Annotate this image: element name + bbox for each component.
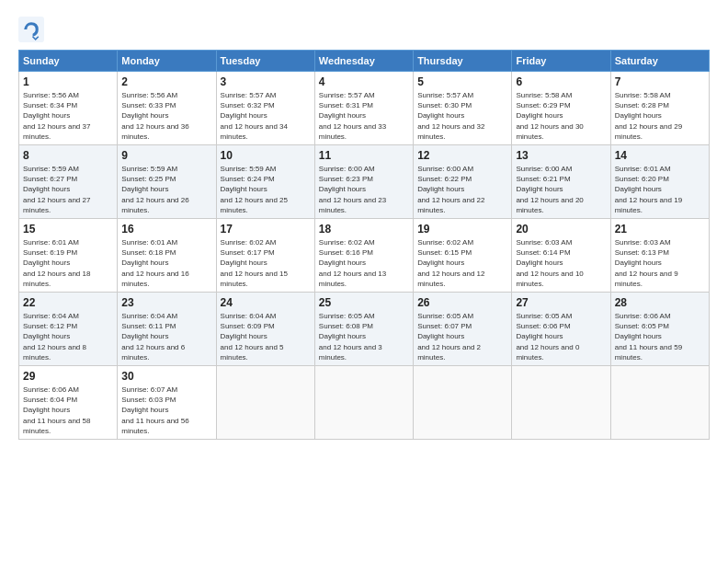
calendar-week-5: 29 Sunrise: 6:06 AMSunset: 6:04 PMDaylig… bbox=[19, 366, 710, 440]
calendar-cell bbox=[610, 366, 709, 440]
calendar-cell: 4 Sunrise: 5:57 AMSunset: 6:31 PMDayligh… bbox=[314, 72, 413, 145]
day-number: 16 bbox=[121, 223, 211, 236]
day-number: 14 bbox=[615, 149, 705, 162]
day-number: 23 bbox=[121, 296, 211, 309]
cell-text: Sunrise: 5:57 AMSunset: 6:30 PMDaylight … bbox=[417, 91, 484, 141]
day-number: 18 bbox=[319, 223, 409, 236]
calendar-cell: 22 Sunrise: 6:04 AMSunset: 6:12 PMDaylig… bbox=[19, 293, 118, 366]
cell-text: Sunrise: 5:56 AMSunset: 6:33 PMDaylight … bbox=[121, 91, 188, 141]
day-number: 19 bbox=[417, 223, 507, 236]
calendar-cell: 5 Sunrise: 5:57 AMSunset: 6:30 PMDayligh… bbox=[414, 72, 512, 145]
cell-text: Sunrise: 6:02 AMSunset: 6:17 PMDaylight … bbox=[221, 238, 288, 288]
day-header-saturday: Saturday bbox=[610, 51, 709, 72]
calendar-cell: 15 Sunrise: 6:01 AMSunset: 6:19 PMDaylig… bbox=[19, 219, 118, 293]
day-header-wednesday: Wednesday bbox=[314, 51, 413, 72]
cell-text: Sunrise: 6:02 AMSunset: 6:16 PMDaylight … bbox=[319, 238, 386, 288]
calendar-week-1: 1 Sunrise: 5:56 AMSunset: 6:34 PMDayligh… bbox=[19, 72, 710, 145]
calendar-cell: 3 Sunrise: 5:57 AMSunset: 6:32 PMDayligh… bbox=[216, 72, 314, 145]
calendar-cell bbox=[414, 366, 512, 440]
cell-text: Sunrise: 5:56 AMSunset: 6:34 PMDaylight … bbox=[23, 91, 90, 141]
cell-text: Sunrise: 6:04 AMSunset: 6:12 PMDaylight … bbox=[23, 312, 86, 362]
cell-text: Sunrise: 6:06 AMSunset: 6:04 PMDaylight … bbox=[23, 385, 90, 435]
day-header-thursday: Thursday bbox=[414, 51, 512, 72]
calendar-cell: 29 Sunrise: 6:06 AMSunset: 6:04 PMDaylig… bbox=[19, 366, 118, 440]
calendar-cell: 24 Sunrise: 6:04 AMSunset: 6:09 PMDaylig… bbox=[216, 293, 314, 366]
cell-text: Sunrise: 6:05 AMSunset: 6:06 PMDaylight … bbox=[516, 312, 579, 362]
cell-text: Sunrise: 5:58 AMSunset: 6:29 PMDaylight … bbox=[516, 91, 583, 141]
cell-text: Sunrise: 6:04 AMSunset: 6:11 PMDaylight … bbox=[121, 312, 185, 362]
day-number: 12 bbox=[417, 149, 507, 162]
calendar-cell: 13 Sunrise: 6:00 AMSunset: 6:21 PMDaylig… bbox=[512, 145, 610, 219]
day-number: 22 bbox=[23, 296, 113, 309]
day-number: 25 bbox=[319, 296, 409, 309]
cell-text: Sunrise: 5:59 AMSunset: 6:25 PMDaylight … bbox=[121, 165, 188, 214]
day-number: 28 bbox=[615, 296, 705, 309]
calendar-cell: 14 Sunrise: 6:01 AMSunset: 6:20 PMDaylig… bbox=[610, 145, 709, 219]
calendar-cell: 18 Sunrise: 6:02 AMSunset: 6:16 PMDaylig… bbox=[314, 219, 413, 293]
cell-text: Sunrise: 6:00 AMSunset: 6:22 PMDaylight … bbox=[417, 165, 484, 214]
cell-text: Sunrise: 6:06 AMSunset: 6:05 PMDaylight … bbox=[615, 312, 682, 362]
calendar-page: SundayMondayTuesdayWednesdayThursdayFrid… bbox=[0, 0, 728, 563]
cell-text: Sunrise: 6:02 AMSunset: 6:15 PMDaylight … bbox=[417, 238, 484, 288]
calendar-table: SundayMondayTuesdayWednesdayThursdayFrid… bbox=[18, 50, 710, 440]
day-number: 30 bbox=[121, 370, 211, 383]
calendar-cell: 26 Sunrise: 6:05 AMSunset: 6:07 PMDaylig… bbox=[414, 293, 512, 366]
svg-rect-0 bbox=[18, 17, 44, 42]
calendar-cell: 17 Sunrise: 6:02 AMSunset: 6:17 PMDaylig… bbox=[216, 219, 314, 293]
day-number: 1 bbox=[23, 75, 113, 88]
calendar-cell: 20 Sunrise: 6:03 AMSunset: 6:14 PMDaylig… bbox=[512, 219, 610, 293]
day-number: 2 bbox=[121, 75, 211, 88]
calendar-cell: 19 Sunrise: 6:02 AMSunset: 6:15 PMDaylig… bbox=[414, 219, 512, 293]
cell-text: Sunrise: 6:00 AMSunset: 6:23 PMDaylight … bbox=[319, 165, 386, 214]
day-number: 11 bbox=[319, 149, 409, 162]
day-number: 21 bbox=[615, 223, 705, 236]
calendar-cell: 28 Sunrise: 6:06 AMSunset: 6:05 PMDaylig… bbox=[610, 293, 709, 366]
calendar-week-4: 22 Sunrise: 6:04 AMSunset: 6:12 PMDaylig… bbox=[19, 293, 710, 366]
calendar-body: 1 Sunrise: 5:56 AMSunset: 6:34 PMDayligh… bbox=[19, 72, 710, 440]
day-number: 13 bbox=[516, 149, 606, 162]
day-number: 27 bbox=[516, 296, 606, 309]
calendar-header-row: SundayMondayTuesdayWednesdayThursdayFrid… bbox=[19, 51, 710, 72]
page-header bbox=[18, 17, 710, 42]
cell-text: Sunrise: 5:59 AMSunset: 6:27 PMDaylight … bbox=[23, 165, 90, 214]
cell-text: Sunrise: 6:07 AMSunset: 6:03 PMDaylight … bbox=[121, 385, 188, 435]
calendar-cell: 9 Sunrise: 5:59 AMSunset: 6:25 PMDayligh… bbox=[118, 145, 216, 219]
calendar-week-3: 15 Sunrise: 6:01 AMSunset: 6:19 PMDaylig… bbox=[19, 219, 710, 293]
day-number: 5 bbox=[417, 75, 507, 88]
day-number: 7 bbox=[615, 75, 705, 88]
calendar-cell: 11 Sunrise: 6:00 AMSunset: 6:23 PMDaylig… bbox=[314, 145, 413, 219]
day-number: 29 bbox=[23, 370, 113, 383]
day-number: 15 bbox=[23, 223, 113, 236]
day-number: 10 bbox=[221, 149, 311, 162]
cell-text: Sunrise: 6:04 AMSunset: 6:09 PMDaylight … bbox=[221, 312, 284, 362]
day-number: 24 bbox=[221, 296, 311, 309]
calendar-cell bbox=[314, 366, 413, 440]
calendar-cell: 6 Sunrise: 5:58 AMSunset: 6:29 PMDayligh… bbox=[512, 72, 610, 145]
day-number: 3 bbox=[221, 75, 311, 88]
calendar-cell bbox=[216, 366, 314, 440]
calendar-cell: 21 Sunrise: 6:03 AMSunset: 6:13 PMDaylig… bbox=[610, 219, 709, 293]
calendar-cell: 23 Sunrise: 6:04 AMSunset: 6:11 PMDaylig… bbox=[118, 293, 216, 366]
logo bbox=[18, 17, 48, 42]
day-header-friday: Friday bbox=[512, 51, 610, 72]
calendar-cell: 30 Sunrise: 6:07 AMSunset: 6:03 PMDaylig… bbox=[118, 366, 216, 440]
day-number: 17 bbox=[221, 223, 311, 236]
cell-text: Sunrise: 6:01 AMSunset: 6:20 PMDaylight … bbox=[615, 165, 682, 214]
calendar-cell: 27 Sunrise: 6:05 AMSunset: 6:06 PMDaylig… bbox=[512, 293, 610, 366]
day-number: 4 bbox=[319, 75, 409, 88]
calendar-cell: 1 Sunrise: 5:56 AMSunset: 6:34 PMDayligh… bbox=[19, 72, 118, 145]
cell-text: Sunrise: 5:59 AMSunset: 6:24 PMDaylight … bbox=[221, 165, 288, 214]
day-number: 20 bbox=[516, 223, 606, 236]
cell-text: Sunrise: 5:57 AMSunset: 6:32 PMDaylight … bbox=[221, 91, 288, 141]
cell-text: Sunrise: 6:05 AMSunset: 6:07 PMDaylight … bbox=[417, 312, 481, 362]
cell-text: Sunrise: 6:05 AMSunset: 6:08 PMDaylight … bbox=[319, 312, 382, 362]
calendar-cell: 10 Sunrise: 5:59 AMSunset: 6:24 PMDaylig… bbox=[216, 145, 314, 219]
day-header-tuesday: Tuesday bbox=[216, 51, 314, 72]
day-header-sunday: Sunday bbox=[19, 51, 118, 72]
calendar-week-2: 8 Sunrise: 5:59 AMSunset: 6:27 PMDayligh… bbox=[19, 145, 710, 219]
calendar-cell: 7 Sunrise: 5:58 AMSunset: 6:28 PMDayligh… bbox=[610, 72, 709, 145]
cell-text: Sunrise: 6:03 AMSunset: 6:13 PMDaylight … bbox=[615, 238, 678, 288]
day-number: 6 bbox=[516, 75, 606, 88]
day-header-monday: Monday bbox=[118, 51, 216, 72]
calendar-cell: 16 Sunrise: 6:01 AMSunset: 6:18 PMDaylig… bbox=[118, 219, 216, 293]
